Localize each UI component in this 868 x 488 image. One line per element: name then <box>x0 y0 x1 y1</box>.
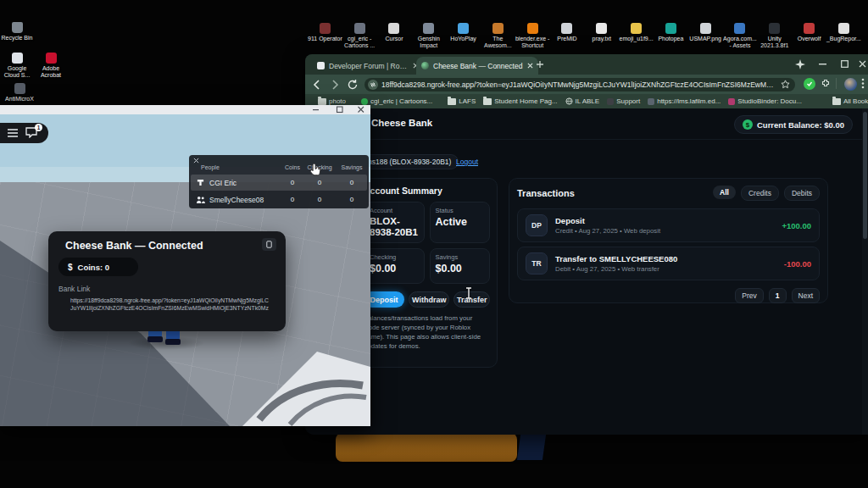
image-file-icon <box>700 23 711 34</box>
dialog-title: Cheese Bank — Connected <box>65 240 203 252</box>
app-icon <box>388 23 399 34</box>
all-bookmarks[interactable]: All Bookmarks <box>832 97 868 105</box>
url-text: 18ff9dca8298.ngrok-free.app/?token=eyJ1a… <box>381 80 776 89</box>
filter-debits[interactable]: Debits <box>784 186 820 201</box>
site-icon <box>648 98 654 105</box>
desktop-icon-911-operator[interactable]: 911 Operator <box>308 23 342 49</box>
new-tab-icon[interactable] <box>536 60 544 69</box>
desktop-icon-the-awesom[interactable]: The Awesom... <box>481 23 515 49</box>
account-summary-title: Account Summary <box>364 186 490 196</box>
bookmark-studiobinder[interactable]: StudioBinder: Docu... <box>728 97 802 105</box>
bank-link-label: Bank Link <box>58 285 90 293</box>
window-maximize-icon[interactable] <box>336 106 344 114</box>
copy-link-button[interactable] <box>262 238 276 251</box>
photopea-icon <box>665 23 676 34</box>
filter-credits[interactable]: Credits <box>741 186 779 201</box>
desktop-icon-cursor[interactable]: Cursor <box>377 23 412 49</box>
site-info-icon[interactable] <box>368 80 378 90</box>
tab-title: Cheese Bank — Connected <box>433 62 523 70</box>
address-bar[interactable]: 18ff9dca8298.ngrok-free.app/?token=eyJ1a… <box>364 78 795 92</box>
current-balance-badge: $ Current Balance: $0.00 <box>734 115 853 134</box>
column-savings: Savings <box>337 164 367 170</box>
next-page-button[interactable]: Next <box>792 288 820 303</box>
tab-close-icon[interactable] <box>527 63 533 69</box>
transaction-amount: +100.00 <box>782 221 811 230</box>
notification-badge: 1 <box>35 124 42 131</box>
desktop-icon-recycle-bin[interactable]: Recycle Bin <box>0 22 34 42</box>
tab-cheese-bank[interactable]: Cheese Bank — Connected <box>416 57 538 75</box>
desktop-icon-label: AntiMicroX <box>0 96 39 103</box>
desktop-icon-overwolf[interactable]: Overwolf <box>792 23 826 49</box>
bookmark-cgi-eric[interactable]: cgi_eric | Cartoons... <box>361 97 432 105</box>
browser-window: Developer Forum | Roblox Cheese Bank — C… <box>305 54 868 435</box>
player-icon <box>197 179 204 186</box>
withdraw-button[interactable]: Withdraw <box>409 291 449 308</box>
tab-developer-forum[interactable]: Developer Forum | Roblox <box>312 57 424 75</box>
bookmark-il-able[interactable]: IL ABLE <box>565 97 600 105</box>
leaderboard: People Coins Checking Savings CGI Eric 0… <box>189 155 369 208</box>
transactions-panel: Transactions All Credits Debits DP Depos… <box>509 178 828 303</box>
transaction-row[interactable]: TR Transfer to SMELLYCHEESE080 Debit • A… <box>517 247 820 280</box>
page-scrollbar[interactable] <box>862 108 868 435</box>
bookmark-lafs[interactable]: LAFS <box>448 97 476 105</box>
desktop-icon-agora-assets[interactable]: Agora.com... - Assets <box>723 23 758 49</box>
roblox-menu-icon[interactable] <box>8 129 18 137</box>
scrollbar-thumb[interactable] <box>863 112 867 239</box>
forward-icon[interactable] <box>329 79 341 91</box>
filter-all[interactable]: All <box>713 186 736 199</box>
desktop-icon-photopea[interactable]: Photopea <box>654 23 688 49</box>
dollar-coin-icon: $ <box>743 119 753 130</box>
window-minimize-icon[interactable] <box>312 106 320 114</box>
window-minimize-icon[interactable] <box>819 64 826 65</box>
desktop-icon-antimicrox[interactable]: AntiMicroX <box>0 83 39 103</box>
unity-icon <box>769 23 780 34</box>
bookmark-photo[interactable]: photo <box>318 97 346 105</box>
roblox-viewport: 1 People Coins Checking Savings CGI Eric… <box>0 114 370 426</box>
tab-search-icon[interactable] <box>795 59 805 69</box>
bookmark-star-icon[interactable] <box>781 80 790 89</box>
desktop-icon-row: 911 Operator cgi_eric - Cartoons ... Cur… <box>308 23 862 49</box>
transaction-row[interactable]: DP Deposit Credit • Aug 27, 2025 • Web d… <box>517 208 820 242</box>
page-number[interactable]: 1 <box>769 288 787 303</box>
desktop-icon-emoji[interactable]: emoji_u1f9... <box>619 23 654 49</box>
desktop-icon-premid[interactable]: PreMiD <box>550 23 585 49</box>
back-icon[interactable] <box>311 79 323 91</box>
logout-link[interactable]: Logout <box>456 158 478 166</box>
extensions-puzzle-icon[interactable] <box>821 79 831 89</box>
leaderboard-row-smellycheese08[interactable]: SmellyCheese08 0 0 0 <box>191 191 367 208</box>
text-file-icon <box>596 23 607 34</box>
window-close-icon[interactable] <box>859 60 866 68</box>
bookmark-lms-lafilm[interactable]: https://lms.lafilm.ed... <box>648 97 721 105</box>
reload-icon[interactable] <box>347 79 359 91</box>
desktop-icon-bugreport[interactable]: _BugRepor... <box>826 23 861 49</box>
roblox-titlebar[interactable] <box>0 105 370 114</box>
desktop-icon-adobe-acrobat[interactable]: Adobe Acrobat <box>34 53 68 79</box>
desktop-icon-blender-shortcut[interactable]: blender.exe - Shortcut <box>515 23 550 49</box>
bookmark-support[interactable]: Support <box>607 97 640 105</box>
desktop-icon-cgi-eric-cartoons[interactable]: cgi_eric - Cartoons ... <box>342 23 377 49</box>
desktop-icon-hoyoplay[interactable]: HoYoPlay <box>446 23 481 49</box>
leaderboard-row-cgi-eric[interactable]: CGI Eric 0 0 0 <box>191 175 367 191</box>
desktop-icon-genshin-impact[interactable]: Genshin Impact <box>411 23 446 49</box>
bookmarks-bar: photo cgi_eric | Cartoons... LAFS Studen… <box>305 94 868 108</box>
recycle-bin-icon <box>12 22 23 33</box>
transactions-title: Transactions <box>517 188 575 198</box>
prev-page-button[interactable]: Prev <box>735 288 763 303</box>
desktop-icon-usmap[interactable]: USMAP.png <box>688 23 723 49</box>
leaderboard-close-icon[interactable] <box>193 158 199 164</box>
roblox-menu-pill: 1 <box>0 123 48 143</box>
bookmark-student-home[interactable]: Student Home Pag... <box>483 97 557 105</box>
profile-avatar[interactable] <box>844 78 857 91</box>
desktop-icon-label: Adobe Acrobat <box>34 65 68 79</box>
adblock-extension-icon[interactable] <box>804 78 815 90</box>
tab-favicon <box>317 62 325 69</box>
menu-kebab-icon[interactable] <box>861 78 865 89</box>
character-shoe <box>147 336 163 342</box>
bank-link-url[interactable]: https://18ff9dca8298.ngrok-free.app/?tok… <box>64 297 275 312</box>
folder-icon <box>832 98 841 105</box>
window-maximize-icon[interactable] <box>841 60 849 68</box>
desktop-icon-unity[interactable]: Unity 2021.3.8f1 <box>757 23 792 49</box>
desktop-icon-pray-txt[interactable]: pray.txt <box>584 23 619 49</box>
window-close-icon[interactable] <box>357 106 365 114</box>
desktop-icon-google-cloud[interactable]: Google Cloud S... <box>0 53 34 79</box>
